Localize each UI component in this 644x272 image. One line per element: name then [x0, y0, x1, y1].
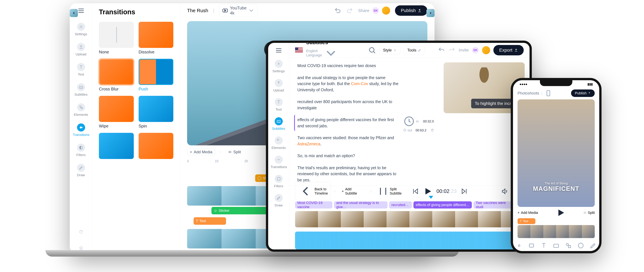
sidebar-item-settings[interactable]: Settings — [73, 23, 89, 36]
phone-video-track[interactable] — [518, 225, 595, 238]
transition-dissolve[interactable]: Dissolve — [139, 22, 174, 55]
subtitles-list[interactable]: Most COVID-19 vaccines require two doses… — [289, 58, 439, 185]
format-selector[interactable]: YouTube 4k — [219, 4, 257, 17]
sidebar-item-help[interactable] — [73, 228, 89, 237]
menu-icon[interactable] — [275, 47, 282, 54]
sidebar-label: Upload — [73, 52, 89, 56]
sidebar-item-upload[interactable]: Upload — [73, 43, 89, 56]
subtitle-clip[interactable]: and the usual strategy is to give… — [334, 201, 388, 208]
sidebar-item-text[interactable]: Text — [270, 98, 287, 111]
phone-split-button[interactable]: Split — [584, 211, 595, 215]
sidebar-item-subtitles[interactable]: Subtitles — [73, 83, 89, 96]
sidebar-item-filters[interactable]: Filters — [270, 175, 287, 188]
search-button[interactable] — [368, 46, 376, 54]
subtitle-clip[interactable]: Two vaccines were studi — [474, 201, 516, 208]
export-button[interactable]: Export — [494, 45, 524, 55]
skip-back-button[interactable] — [412, 188, 419, 195]
format-icon[interactable] — [545, 90, 552, 97]
transition-push[interactable]: Push — [139, 59, 174, 92]
invite-label[interactable]: Invite — [459, 48, 469, 53]
user-avatar[interactable] — [482, 46, 490, 54]
tablet-editor: Settings Upload Text Subtitles Elements … — [266, 41, 532, 252]
sidebar-item-draw[interactable]: Draw — [73, 164, 89, 177]
tablet-timeline-toolbar: Back to Timeline | + Add Subtitle | Spli… — [289, 185, 530, 197]
play-button[interactable] — [423, 186, 432, 196]
phone-clip-text[interactable]: T Text — [518, 218, 535, 224]
sidebar-label: Draw — [73, 173, 89, 177]
sidebar-item-upload[interactable]: Upload — [270, 79, 287, 92]
sidebar-item-subtitles[interactable]: Subtitles — [270, 117, 287, 130]
subtitle-line[interactable]: and the usual strategy is to give people… — [294, 73, 403, 95]
tools-button[interactable]: Tools — [404, 46, 425, 54]
split-subtitle-button[interactable]: Split Subtitle — [375, 185, 404, 198]
transition-cross-blur[interactable]: Cross Blur — [99, 59, 134, 92]
split-button[interactable]: Split — [226, 149, 244, 156]
phone-tool-draw[interactable] — [590, 242, 596, 249]
svg-rect-3 — [81, 107, 82, 109]
phone-tool-text[interactable] — [540, 242, 547, 249]
tablet-main: Subtitles English Language Style Tools I… — [289, 43, 530, 249]
style-button[interactable]: Style — [380, 46, 400, 54]
subtitle-line[interactable]: Most COVID-19 vaccines require two doses — [294, 61, 403, 71]
undo-button[interactable] — [334, 7, 341, 14]
transition-extra-1[interactable] — [99, 133, 134, 159]
subtitle-timeline[interactable]: Most COVID-19 vaccine and the usual stra… — [289, 200, 530, 210]
phone-tool-settings[interactable] — [516, 242, 522, 249]
undo-button[interactable] — [438, 47, 445, 54]
transition-extra-2[interactable] — [139, 133, 174, 159]
publish-button[interactable]: Publish — [395, 5, 428, 16]
add-subtitle-button[interactable]: + Add Subtitle — [339, 186, 367, 197]
add-media-button[interactable]: +Add Media — [187, 148, 215, 156]
subtitles-header: Subtitles English Language Style Tools I… — [289, 43, 530, 58]
subtitle-clip[interactable]: recruited… — [389, 201, 412, 208]
skip-forward-button[interactable] — [461, 188, 468, 195]
sidebar-item-elements[interactable]: Elements — [73, 103, 89, 117]
sidebar-item-draw[interactable]: Draw — [270, 194, 287, 207]
transition-wipe[interactable]: Wipe — [99, 96, 134, 128]
sidebar-item-text[interactable]: Text — [73, 63, 89, 76]
preview-title-overlay: The Art of Being MAGNIFICENT — [518, 182, 595, 192]
svg-point-7 — [278, 63, 279, 64]
phone-tool-filters[interactable] — [578, 242, 584, 249]
subtitle-clip[interactable]: Most COVID-19 vaccine — [295, 201, 332, 208]
phone-tool-elements[interactable] — [565, 242, 572, 249]
audio-waveform[interactable] — [295, 232, 524, 249]
phone-tool-upload[interactable] — [528, 242, 535, 249]
subtitle-line[interactable]: Two vaccines were studied: those made by… — [294, 133, 403, 149]
sidebar-item-filters[interactable]: Filters — [73, 144, 89, 157]
sidebar-item-transitions[interactable]: Transitions — [270, 156, 287, 169]
redo-button[interactable] — [346, 7, 353, 14]
redo-button[interactable] — [448, 47, 456, 54]
elements-icon — [275, 137, 283, 145]
transitions-grid: None Dissolve Cross Blur Push Wipe Spin — [99, 22, 173, 159]
transition-none[interactable]: None — [99, 22, 134, 55]
tablet-video-track[interactable] — [295, 211, 524, 227]
volume-button[interactable] — [501, 188, 508, 195]
phone-project-title[interactable]: Photoshoots — [518, 91, 539, 95]
phone-timeline[interactable]: T Text — [513, 218, 599, 240]
subtitle-line[interactable]: So, is mix and match an option? — [294, 151, 403, 161]
phone-add-media-button[interactable]: + Add Media — [518, 211, 538, 215]
subtitle-line[interactable]: recruited over 800 participants from acr… — [294, 97, 403, 113]
clip-text[interactable]: T Text — [194, 217, 226, 225]
project-title[interactable]: The Rush — [187, 8, 208, 13]
collaborator-avatar[interactable]: SK — [372, 7, 379, 14]
phone-tool-subtitles[interactable] — [553, 242, 559, 249]
sidebar-item-elements[interactable]: Elements — [270, 137, 287, 150]
phone-publish-button[interactable]: Publish — [571, 89, 595, 97]
trash-icon[interactable] — [431, 128, 434, 132]
subtitle-line[interactable]: The trial's results are preliminary, hav… — [294, 163, 403, 185]
share-label[interactable]: Share — [358, 8, 369, 13]
menu-icon[interactable] — [78, 7, 85, 14]
transition-spin[interactable]: Spin — [139, 96, 174, 128]
phone-play-button[interactable] — [556, 208, 566, 218]
collaborator-avatar[interactable]: SK — [472, 47, 479, 54]
subtitle-line-active[interactable]: effects of giving people different vacci… — [294, 115, 403, 131]
user-avatar[interactable] — [382, 7, 390, 15]
playhead-marker[interactable] — [429, 196, 433, 199]
subtitle-clip-active[interactable]: effects of giving people different… — [414, 201, 472, 208]
transitions-icon — [275, 156, 283, 164]
phone-video-preview[interactable]: The Art of Being MAGNIFICENT — [518, 99, 595, 207]
sidebar-item-settings[interactable]: Settings — [270, 60, 287, 73]
sidebar-item-transitions[interactable]: Transitions — [73, 123, 89, 137]
